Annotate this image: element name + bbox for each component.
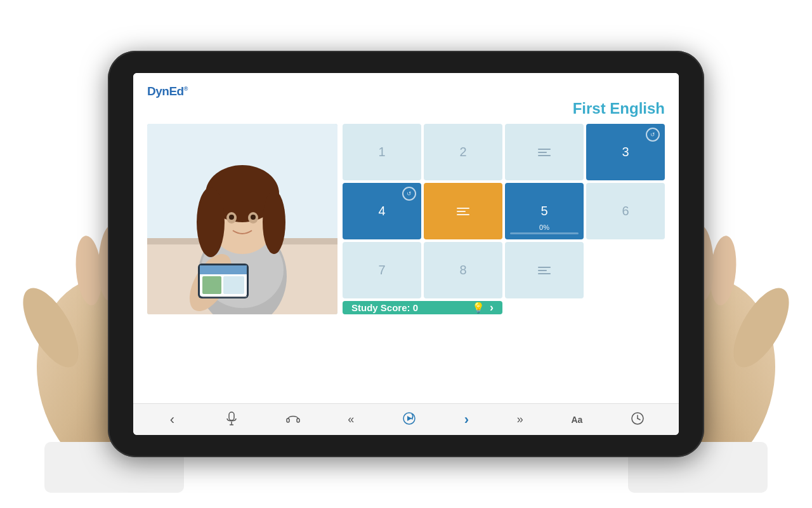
- clock-icon: [631, 411, 645, 425]
- r-badge-4: ↺: [402, 187, 416, 201]
- tablet-device: DynEd® First English: [108, 51, 704, 457]
- cell-4-number: 4: [378, 204, 385, 218]
- cell-5-number: 5: [540, 204, 547, 218]
- back-button[interactable]: ‹: [165, 409, 180, 431]
- progress-container: 0%: [510, 224, 579, 234]
- girl-image: [147, 124, 337, 314]
- replay-icon: [402, 411, 416, 425]
- girl-illustration: [147, 124, 337, 314]
- r-badge-3: ↺: [646, 128, 660, 142]
- lesson-cell-3[interactable]: 3 ↺: [586, 124, 665, 180]
- lesson-cell-list-3[interactable]: [505, 242, 584, 298]
- headphone-icon: [286, 412, 300, 425]
- tablet-shell: DynEd® First English: [108, 51, 704, 457]
- play-button[interactable]: ›: [462, 409, 471, 431]
- clock-button[interactable]: [628, 409, 647, 430]
- cell-1-number: 1: [378, 145, 385, 159]
- lesson-cell-7[interactable]: 7: [343, 242, 421, 298]
- lesson-cell-list-2[interactable]: [424, 183, 502, 239]
- svg-line-44: [638, 418, 640, 420]
- title-row: First English: [147, 100, 665, 117]
- svg-point-1: [13, 279, 89, 375]
- bottom-toolbar: ‹: [133, 403, 679, 435]
- list-icon-2: [457, 208, 469, 215]
- cell-7-number: 7: [378, 263, 385, 277]
- lesson-cell-6[interactable]: 6: [586, 183, 665, 239]
- mic-icon: [225, 411, 238, 425]
- list-icon-1: [538, 149, 551, 156]
- headphone-button[interactable]: [284, 410, 303, 429]
- svg-point-23: [197, 187, 225, 257]
- replay-button[interactable]: [400, 409, 419, 430]
- lesson-cell-list-1[interactable]: [505, 124, 584, 180]
- logo-row: DynEd®: [147, 84, 665, 98]
- registered-mark: ®: [184, 86, 188, 92]
- main-content-area: 1 2: [147, 124, 665, 314]
- progress-bar: [510, 232, 579, 234]
- lesson-cell-8[interactable]: 8: [424, 242, 502, 298]
- fast-forward-button[interactable]: »: [514, 410, 526, 429]
- lesson-cell-2[interactable]: 2: [424, 124, 502, 180]
- rewind-button[interactable]: «: [345, 410, 357, 429]
- cell-3-number: 3: [622, 145, 629, 159]
- bulb-icon[interactable]: 💡: [472, 302, 485, 314]
- mic-button[interactable]: [223, 409, 240, 430]
- cell-2-number: 2: [459, 145, 466, 159]
- progress-label: 0%: [510, 224, 579, 231]
- svg-point-2: [73, 234, 104, 306]
- svg-point-24: [263, 190, 285, 254]
- cell-8-number: 8: [459, 263, 466, 277]
- course-title: First English: [573, 100, 665, 117]
- font-size-button[interactable]: Aa: [568, 412, 585, 427]
- svg-rect-36: [229, 412, 234, 420]
- cell-6-number: 6: [622, 204, 629, 218]
- list-icon-3: [538, 267, 551, 274]
- svg-point-9: [707, 234, 738, 306]
- arrow-right-icon[interactable]: ›: [490, 301, 494, 314]
- lesson-cell-1[interactable]: 1: [343, 124, 421, 180]
- lesson-cell-4[interactable]: 4 ↺: [343, 183, 421, 239]
- lesson-cell-5[interactable]: 5 0%: [505, 183, 584, 239]
- lesson-grid: 1 2: [340, 124, 665, 314]
- app-content: DynEd® First English: [133, 73, 679, 403]
- dyned-logo: DynEd®: [147, 84, 188, 98]
- svg-point-27: [229, 215, 234, 220]
- svg-rect-32: [200, 265, 247, 274]
- svg-point-28: [251, 215, 256, 220]
- score-label: Study Score: 0: [351, 302, 418, 313]
- study-score-cell[interactable]: Study Score: 0 💡 ›: [343, 301, 502, 314]
- tablet-screen: DynEd® First English: [133, 73, 679, 435]
- svg-rect-33: [202, 276, 221, 294]
- score-actions: 💡 ›: [472, 301, 494, 314]
- svg-point-8: [723, 279, 799, 375]
- svg-rect-34: [223, 276, 244, 294]
